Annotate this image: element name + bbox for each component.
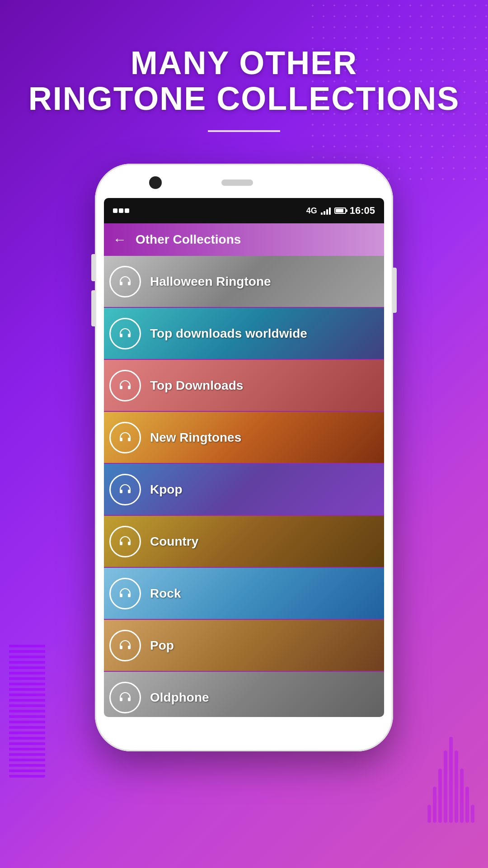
collection-item[interactable]: Halloween Ringtone [104, 256, 384, 308]
headphone-icon-circle [109, 682, 141, 713]
phone-button-power [393, 268, 397, 313]
notification-dots [113, 208, 129, 213]
header-title-line2: RINGTONE COLLECTIONS [28, 81, 460, 117]
headphone-icon-circle [109, 318, 141, 349]
collection-label: Top Downloads [150, 378, 243, 393]
app-toolbar: ← Other Collections [104, 223, 384, 256]
headphone-icon-circle [109, 578, 141, 609]
headphone-icon [116, 429, 134, 447]
collection-label: Pop [150, 638, 174, 653]
headphone-icon [116, 273, 134, 291]
collection-item[interactable]: Top Downloads [104, 360, 384, 412]
status-bar-left [113, 208, 129, 213]
collection-label: Country [150, 534, 198, 549]
collection-item[interactable]: Oldphone [104, 672, 384, 717]
toolbar-title: Other Collections [136, 232, 241, 247]
back-button[interactable]: ← [113, 232, 127, 247]
collection-label: Kpop [150, 482, 183, 497]
phone-button-volume-silent [91, 254, 95, 281]
dot3 [125, 208, 129, 213]
dot2 [119, 208, 123, 213]
phone-button-volume [91, 290, 95, 326]
collection-label: Oldphone [150, 690, 209, 705]
collection-item[interactable]: Pop [104, 620, 384, 672]
collection-label: Halloween Ringtone [150, 274, 271, 289]
collection-label: Top downloads worldwide [150, 326, 307, 341]
collection-item[interactable]: Rock [104, 568, 384, 620]
headphone-icon-circle [109, 630, 141, 661]
phone-mockup: 4G 16:05 ← Other Collections [95, 164, 393, 760]
phone-outer: 4G 16:05 ← Other Collections [95, 164, 393, 751]
headphone-icon [116, 481, 134, 499]
headphone-icon [116, 585, 134, 603]
page-header: MANY OTHER RINGTONE COLLECTIONS [28, 45, 460, 150]
header-title-line1: MANY OTHER [28, 45, 460, 81]
collection-item[interactable]: New Ringtones [104, 412, 384, 464]
collection-item[interactable]: Country [104, 516, 384, 568]
headphone-icon [116, 689, 134, 707]
headphone-icon [116, 325, 134, 343]
headphone-icon [116, 533, 134, 551]
clock: 16:05 [350, 205, 375, 217]
signal-icon [321, 207, 331, 215]
dot1 [113, 208, 117, 213]
header-divider [208, 130, 280, 132]
sound-wave-decoration [427, 732, 474, 823]
network-type: 4G [306, 206, 317, 216]
headphone-icon [116, 637, 134, 655]
headphone-icon-circle [109, 266, 141, 297]
status-bar-right: 4G 16:05 [306, 205, 375, 217]
collection-item[interactable]: Top downloads worldwide [104, 308, 384, 360]
collection-label: New Ringtones [150, 430, 241, 445]
headphone-icon [116, 377, 134, 395]
headphone-icon-circle [109, 422, 141, 453]
headphone-icon-circle [109, 526, 141, 557]
collection-item[interactable]: Kpop [104, 464, 384, 516]
headphone-icon-circle [109, 474, 141, 505]
phone-screen: 4G 16:05 ← Other Collections [104, 198, 384, 717]
status-bar: 4G 16:05 [104, 198, 384, 223]
headphone-icon-circle [109, 370, 141, 401]
battery-fill [336, 209, 344, 212]
collections-list: Halloween Ringtone Top downloads worldwi… [104, 256, 384, 717]
battery-icon [334, 208, 346, 214]
phone-speaker [221, 179, 253, 186]
collection-label: Rock [150, 586, 181, 601]
phone-camera [149, 176, 162, 189]
